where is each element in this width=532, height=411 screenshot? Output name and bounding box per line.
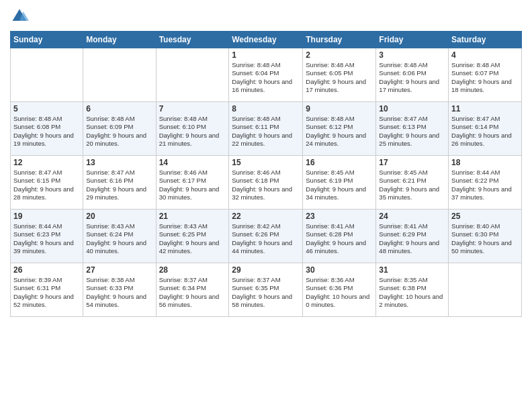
calendar-cell: 25Sunrise: 8:40 AM Sunset: 6:30 PM Dayli…: [449, 210, 522, 263]
calendar-cell: 29Sunrise: 8:37 AM Sunset: 6:35 PM Dayli…: [229, 263, 303, 317]
day-info: Sunrise: 8:45 AM Sunset: 6:19 PM Dayligh…: [306, 169, 373, 201]
calendar-cell: 7Sunrise: 8:48 AM Sunset: 6:10 PM Daylig…: [156, 102, 229, 156]
calendar-cell: [83, 48, 156, 102]
day-number: 1: [232, 50, 300, 60]
calendar-cell: 13Sunrise: 8:47 AM Sunset: 6:16 PM Dayli…: [83, 156, 156, 210]
calendar-week-row: 26Sunrise: 8:39 AM Sunset: 6:31 PM Dayli…: [11, 263, 522, 317]
calendar-cell: 31Sunrise: 8:35 AM Sunset: 6:38 PM Dayli…: [376, 263, 449, 317]
calendar-cell: 26Sunrise: 8:39 AM Sunset: 6:31 PM Dayli…: [11, 263, 83, 317]
day-number: 17: [379, 158, 445, 167]
calendar-cell: 16Sunrise: 8:45 AM Sunset: 6:19 PM Dayli…: [303, 156, 376, 210]
calendar-week-row: 5Sunrise: 8:48 AM Sunset: 6:08 PM Daylig…: [11, 102, 522, 156]
calendar-cell: 1Sunrise: 8:48 AM Sunset: 6:04 PM Daylig…: [229, 48, 303, 102]
day-number: 18: [451, 158, 519, 167]
day-info: Sunrise: 8:48 AM Sunset: 6:04 PM Dayligh…: [232, 61, 300, 94]
day-info: Sunrise: 8:48 AM Sunset: 6:12 PM Dayligh…: [306, 115, 373, 148]
day-info: Sunrise: 8:41 AM Sunset: 6:28 PM Dayligh…: [306, 222, 373, 255]
calendar-week-row: 19Sunrise: 8:44 AM Sunset: 6:23 PM Dayli…: [11, 210, 522, 263]
day-info: Sunrise: 8:37 AM Sunset: 6:35 PM Dayligh…: [232, 276, 300, 309]
day-number: 3: [379, 50, 445, 60]
calendar-cell: 24Sunrise: 8:41 AM Sunset: 6:29 PM Dayli…: [376, 210, 449, 263]
calendar-cell: 19Sunrise: 8:44 AM Sunset: 6:23 PM Dayli…: [11, 210, 83, 263]
calendar-cell: 10Sunrise: 8:47 AM Sunset: 6:13 PM Dayli…: [376, 102, 449, 156]
day-info: Sunrise: 8:36 AM Sunset: 6:36 PM Dayligh…: [306, 276, 373, 309]
day-info: Sunrise: 8:48 AM Sunset: 6:11 PM Dayligh…: [232, 115, 300, 148]
day-number: 24: [379, 212, 445, 221]
calendar-cell: [156, 48, 229, 102]
day-number: 25: [451, 212, 519, 221]
calendar-cell: 12Sunrise: 8:47 AM Sunset: 6:15 PM Dayli…: [11, 156, 83, 210]
day-header-thursday: Thursday: [303, 32, 376, 48]
calendar-cell: 9Sunrise: 8:48 AM Sunset: 6:12 PM Daylig…: [303, 102, 376, 156]
header: [10, 7, 522, 26]
day-info: Sunrise: 8:47 AM Sunset: 6:15 PM Dayligh…: [13, 169, 80, 201]
day-number: 31: [379, 265, 445, 275]
day-number: 2: [306, 50, 373, 60]
day-header-tuesday: Tuesday: [156, 32, 229, 48]
day-number: 4: [451, 50, 519, 60]
logo: [10, 7, 32, 26]
day-info: Sunrise: 8:39 AM Sunset: 6:31 PM Dayligh…: [13, 276, 80, 309]
logo-icon: [10, 7, 29, 26]
day-info: Sunrise: 8:43 AM Sunset: 6:25 PM Dayligh…: [159, 222, 226, 255]
day-header-friday: Friday: [376, 32, 449, 48]
day-info: Sunrise: 8:43 AM Sunset: 6:24 PM Dayligh…: [86, 222, 152, 255]
day-info: Sunrise: 8:45 AM Sunset: 6:21 PM Dayligh…: [379, 169, 445, 201]
day-info: Sunrise: 8:46 AM Sunset: 6:18 PM Dayligh…: [232, 169, 300, 201]
calendar-table: SundayMondayTuesdayWednesdayThursdayFrid…: [10, 31, 522, 317]
calendar-cell: 28Sunrise: 8:37 AM Sunset: 6:34 PM Dayli…: [156, 263, 229, 317]
day-info: Sunrise: 8:48 AM Sunset: 6:10 PM Dayligh…: [159, 115, 226, 148]
calendar-cell: 15Sunrise: 8:46 AM Sunset: 6:18 PM Dayli…: [229, 156, 303, 210]
day-info: Sunrise: 8:48 AM Sunset: 6:06 PM Dayligh…: [379, 61, 445, 94]
calendar-cell: 21Sunrise: 8:43 AM Sunset: 6:25 PM Dayli…: [156, 210, 229, 263]
day-info: Sunrise: 8:46 AM Sunset: 6:17 PM Dayligh…: [159, 169, 226, 201]
day-number: 10: [379, 104, 445, 113]
day-info: Sunrise: 8:44 AM Sunset: 6:22 PM Dayligh…: [451, 169, 519, 201]
day-number: 7: [159, 104, 226, 113]
day-number: 8: [232, 104, 300, 113]
day-info: Sunrise: 8:47 AM Sunset: 6:16 PM Dayligh…: [86, 169, 152, 201]
calendar-cell: 18Sunrise: 8:44 AM Sunset: 6:22 PM Dayli…: [449, 156, 522, 210]
calendar-cell: 5Sunrise: 8:48 AM Sunset: 6:08 PM Daylig…: [11, 102, 83, 156]
day-number: 16: [306, 158, 373, 167]
calendar-cell: [449, 263, 522, 317]
calendar-cell: 27Sunrise: 8:38 AM Sunset: 6:33 PM Dayli…: [83, 263, 156, 317]
day-number: 5: [13, 104, 80, 113]
calendar-week-row: 1Sunrise: 8:48 AM Sunset: 6:04 PM Daylig…: [11, 48, 522, 102]
calendar-cell: 8Sunrise: 8:48 AM Sunset: 6:11 PM Daylig…: [229, 102, 303, 156]
day-number: 27: [86, 265, 152, 275]
day-info: Sunrise: 8:48 AM Sunset: 6:08 PM Dayligh…: [13, 115, 80, 148]
day-number: 21: [159, 212, 226, 221]
day-info: Sunrise: 8:48 AM Sunset: 6:09 PM Dayligh…: [86, 115, 152, 148]
day-header-wednesday: Wednesday: [229, 32, 303, 48]
day-number: 9: [306, 104, 373, 113]
day-info: Sunrise: 8:44 AM Sunset: 6:23 PM Dayligh…: [13, 222, 80, 255]
day-header-monday: Monday: [83, 32, 156, 48]
day-info: Sunrise: 8:42 AM Sunset: 6:26 PM Dayligh…: [232, 222, 300, 255]
day-number: 23: [306, 212, 373, 221]
calendar-cell: 20Sunrise: 8:43 AM Sunset: 6:24 PM Dayli…: [83, 210, 156, 263]
day-info: Sunrise: 8:35 AM Sunset: 6:38 PM Dayligh…: [379, 276, 445, 309]
calendar-cell: 3Sunrise: 8:48 AM Sunset: 6:06 PM Daylig…: [376, 48, 449, 102]
calendar-cell: 4Sunrise: 8:48 AM Sunset: 6:07 PM Daylig…: [449, 48, 522, 102]
day-number: 28: [159, 265, 226, 275]
calendar-week-row: 12Sunrise: 8:47 AM Sunset: 6:15 PM Dayli…: [11, 156, 522, 210]
day-number: 11: [451, 104, 519, 113]
calendar-cell: 23Sunrise: 8:41 AM Sunset: 6:28 PM Dayli…: [303, 210, 376, 263]
day-info: Sunrise: 8:48 AM Sunset: 6:07 PM Dayligh…: [451, 61, 519, 94]
calendar-cell: 14Sunrise: 8:46 AM Sunset: 6:17 PM Dayli…: [156, 156, 229, 210]
day-number: 14: [159, 158, 226, 167]
day-info: Sunrise: 8:37 AM Sunset: 6:34 PM Dayligh…: [159, 276, 226, 309]
calendar-cell: 17Sunrise: 8:45 AM Sunset: 6:21 PM Dayli…: [376, 156, 449, 210]
day-number: 22: [232, 212, 300, 221]
day-number: 20: [86, 212, 152, 221]
day-info: Sunrise: 8:40 AM Sunset: 6:30 PM Dayligh…: [451, 222, 519, 255]
calendar-header-row: SundayMondayTuesdayWednesdayThursdayFrid…: [11, 32, 522, 48]
day-number: 6: [86, 104, 152, 113]
day-number: 19: [13, 212, 80, 221]
day-number: 15: [232, 158, 300, 167]
calendar-cell: 30Sunrise: 8:36 AM Sunset: 6:36 PM Dayli…: [303, 263, 376, 317]
day-info: Sunrise: 8:47 AM Sunset: 6:13 PM Dayligh…: [379, 115, 445, 148]
day-number: 26: [13, 265, 80, 275]
calendar-cell: 22Sunrise: 8:42 AM Sunset: 6:26 PM Dayli…: [229, 210, 303, 263]
